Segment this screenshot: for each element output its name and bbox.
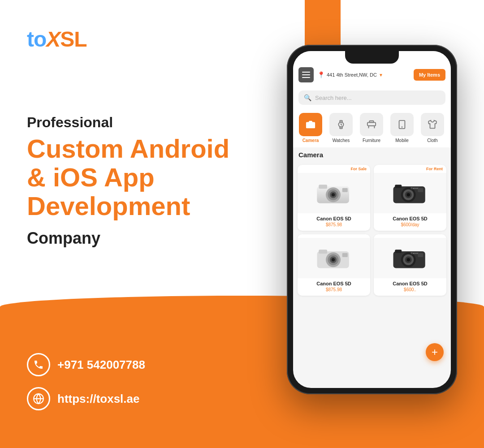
product-badge-3 [298,234,370,238]
svg-rect-5 [340,127,342,129]
categories-row: Camera Watches [293,108,451,147]
location-text: 441 4th Street,NW, DC [327,72,377,78]
svg-point-18 [332,193,335,197]
camera-label: Camera [302,138,319,143]
furniture-label: Furniture [363,138,380,143]
logo: toXSL [27,27,260,52]
fab-add-button[interactable]: + [426,343,444,361]
svg-rect-21 [395,185,402,188]
product-name-3: Canon EOS 5D [298,278,370,287]
svg-point-40 [407,258,411,262]
svg-rect-6 [367,122,376,125]
furniture-icon-box [360,113,383,136]
svg-text:Canon: Canon [411,252,419,254]
product-card-4[interactable]: Canon Canon EOS 5D $600.. [374,234,446,296]
product-image-2: Canon [374,173,446,213]
svg-text:Canon: Canon [411,187,419,190]
product-price-3: $875.98 [298,287,370,296]
phone-mockup: 📍 441 4th Street,NW, DC ▼ My Items 🔍 Sea… [278,45,466,412]
svg-rect-36 [395,250,402,253]
location-pin-icon: 📍 [317,71,325,78]
phone-notch [345,51,399,64]
contact-section: +971 542007788 https://toxsl.ae [27,353,145,421]
product-badge-1: For Sale [298,165,370,173]
product-card-1[interactable]: For Sale [298,165,370,231]
svg-rect-34 [342,253,348,257]
search-icon: 🔍 [304,94,311,101]
svg-rect-9 [369,121,373,123]
product-image-3 [298,238,370,278]
cloth-label: Cloth [427,138,437,143]
search-placeholder-text: Search here... [315,95,352,101]
left-content: toXSL Professional Custom Android & iOS … [27,27,260,248]
logo-to: to [27,27,46,51]
product-badge-4 [374,234,446,238]
svg-rect-27 [418,188,423,192]
product-price-4: $600.. [374,287,446,296]
search-bar-area: 🔍 Search here... [293,87,451,108]
svg-rect-42 [418,253,423,257]
hamburger-button[interactable] [298,67,314,82]
camera-icon-box [299,113,322,136]
section-title: Camera [293,147,451,161]
svg-rect-4 [340,121,342,122]
product-name-2: Canon EOS 5D [374,213,446,222]
website-contact: https://toxsl.ae [27,387,145,410]
category-cloth[interactable]: Cloth [419,113,446,143]
svg-rect-29 [319,250,327,254]
product-card-2[interactable]: For Rent Canon Canon EO [374,165,446,231]
products-grid: For Sale [293,161,451,299]
my-items-button[interactable]: My Items [414,69,445,81]
company-label: Company [27,229,260,248]
cloth-icon-box [421,113,444,136]
globe-icon [27,387,50,410]
svg-rect-19 [342,188,348,192]
product-name-4: Canon EOS 5D [374,278,446,287]
logo-x: X [46,27,60,51]
search-input-wrap[interactable]: 🔍 Search here... [298,90,445,105]
product-price-2: $600/day [374,222,446,231]
headline-text: Custom Android & iOS App Development [27,134,260,220]
logo-sl: SL [60,27,86,51]
phone-contact: +971 542007788 [27,353,145,376]
phone-number: +971 542007788 [57,358,145,372]
phone-icon [27,353,50,376]
mobile-label: Mobile [395,138,408,143]
product-image-1 [298,173,370,213]
svg-point-2 [309,123,312,126]
category-camera[interactable]: Camera [297,113,324,143]
svg-rect-14 [319,185,327,189]
phone-outer: 📍 441 4th Street,NW, DC ▼ My Items 🔍 Sea… [287,45,457,394]
svg-point-33 [332,258,335,262]
product-price-1: $875.98 [298,222,370,231]
chevron-down-icon: ▼ [379,73,383,78]
svg-point-25 [407,193,411,197]
watches-icon-box [329,113,353,136]
website-url: https://toxsl.ae [57,392,139,406]
product-image-4: Canon [374,238,446,278]
product-badge-2: For Rent [374,165,446,173]
product-card-3[interactable]: Canon EOS 5D $875.98 [298,234,370,296]
product-name-1: Canon EOS 5D [298,213,370,222]
mobile-icon-box [390,113,414,136]
watches-label: Watches [333,138,350,143]
category-furniture[interactable]: Furniture [358,113,385,143]
category-watches[interactable]: Watches [327,113,355,143]
location-display[interactable]: 📍 441 4th Street,NW, DC ▼ [314,71,414,78]
phone-screen: 📍 441 4th Street,NW, DC ▼ My Items 🔍 Sea… [293,51,451,388]
category-mobile[interactable]: Mobile [388,113,416,143]
tagline: Professional [27,114,260,131]
